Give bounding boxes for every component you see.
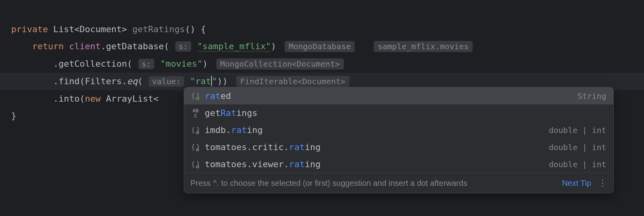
code-line[interactable]: .getCollection( s: "movies") MongoCollec…: [11, 55, 644, 73]
completion-label: rated: [205, 91, 573, 101]
code-line[interactable]: private List<Document> getRatings() {: [11, 21, 644, 38]
completion-list: ratedStringABCgetRatingsimdb.ratingdoubl…: [184, 87, 613, 173]
field-icon: [191, 160, 200, 169]
param-hint: value:: [149, 76, 184, 87]
inlay-hint: sample_mflix.movies: [374, 41, 473, 52]
field-icon: [191, 92, 200, 100]
identifier-client: client: [69, 41, 101, 51]
completion-type: double | int: [549, 125, 607, 135]
method-name: getRatings: [132, 24, 185, 34]
more-options-icon[interactable]: ⋮: [598, 178, 607, 188]
completion-type: double | int: [549, 160, 607, 169]
code-text: () {: [185, 24, 206, 34]
type-document: Document: [80, 24, 122, 34]
completion-type: double | int: [549, 143, 607, 152]
type-list: List: [53, 24, 74, 34]
code-text: }: [11, 111, 16, 121]
param-hint: s:: [175, 41, 191, 52]
completion-label: imdb.rating: [205, 125, 544, 135]
completion-label: tomatoes.critic.rating: [205, 142, 544, 152]
method-getdatabase: getDatabase: [106, 41, 164, 51]
method-find: find: [58, 76, 80, 86]
completion-item[interactable]: tomatoes.viewer.ratingdouble | int: [184, 156, 613, 173]
string-literal: ": [212, 76, 217, 86]
param-hint: s:: [138, 59, 154, 69]
identifier-filters: Filters: [85, 76, 122, 86]
completion-label: tomatoes.viewer.rating: [205, 159, 544, 169]
method-getcollection: getCollection: [58, 59, 127, 69]
keyword-return: return: [32, 41, 64, 51]
string-literal: "rat: [190, 76, 211, 86]
completion-footer: Press ^. to choose the selected (or firs…: [184, 173, 613, 193]
field-icon: [191, 143, 200, 152]
completion-popup: ratedStringABCgetRatingsimdb.ratingdoubl…: [184, 87, 614, 193]
string-literal: "sample_mflix": [197, 41, 271, 51]
inlay-hint: MongoDatabase: [285, 41, 355, 52]
next-tip-link[interactable]: Next Tip: [562, 179, 591, 188]
string-literal: "movies": [160, 59, 202, 69]
completion-item[interactable]: ratedString: [184, 87, 613, 104]
footer-hint-text: Press ^. to choose the selected (or firs…: [190, 179, 557, 188]
method-into: into: [58, 94, 80, 104]
field-icon: [191, 126, 200, 135]
completion-item[interactable]: tomatoes.critic.ratingdouble | int: [184, 139, 613, 156]
completion-type: String: [578, 91, 606, 101]
code-line[interactable]: return client.getDatabase( s: "sample_mf…: [11, 38, 644, 55]
keyword-private: private: [11, 24, 48, 34]
completion-item[interactable]: imdb.ratingdouble | int: [184, 122, 613, 139]
inlay-hint: MongoCollection<Document>: [216, 58, 344, 69]
completion-label: getRatings: [205, 108, 601, 118]
keyword-new: new: [85, 94, 101, 104]
type-arraylist: ArrayList: [106, 94, 153, 104]
method-eq: eq: [127, 76, 138, 86]
text-icon: ABC: [191, 109, 200, 118]
completion-item[interactable]: ABCgetRatings: [184, 104, 613, 122]
inlay-hint: FindIterable<Document>: [236, 76, 349, 87]
